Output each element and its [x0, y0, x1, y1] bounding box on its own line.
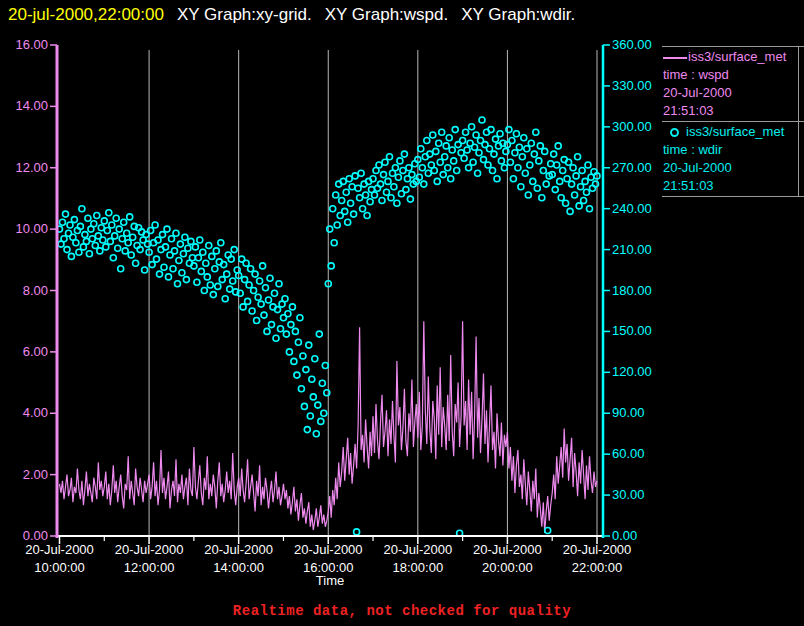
tick-label: 2.00: [23, 467, 48, 482]
tick-label: 8.00: [23, 283, 48, 298]
tick-label: 120.00: [612, 364, 652, 379]
legend-date: 20-Jul-2000: [663, 159, 804, 177]
legend-source: iss3/surface_met: [686, 124, 784, 139]
legend-entry-wspd: iss3/surface_met time : wspd 20-Jul-2000…: [662, 47, 804, 121]
xy-graph-window: 20-jul-2000,22:00:00 XY Graph:xy-grid. X…: [0, 0, 804, 626]
tick-label: 60.00: [612, 446, 645, 461]
legend-date: 20-Jul-2000: [663, 84, 804, 102]
x-axis: 20-Jul-200010:00:0020-Jul-200012:00:0020…: [25, 536, 631, 575]
legend-field: time : wdir: [663, 141, 804, 159]
tick-label: 16.00: [15, 37, 48, 52]
tick-label: 10.00: [15, 221, 48, 236]
tick-label: 20-Jul-2000: [473, 542, 542, 557]
tick-label: 4.00: [23, 405, 48, 420]
tick-label: 0.00: [612, 528, 637, 543]
tick-label: 20-Jul-2000: [25, 542, 94, 557]
tick-label: 12.00: [15, 160, 48, 175]
tick-label: 150.00: [612, 323, 652, 338]
tick-label: 180.00: [612, 283, 652, 298]
tick-label: 270.00: [612, 160, 652, 175]
wspd-line-symbol: [663, 57, 687, 59]
legend-right-rule: [798, 47, 799, 196]
tick-label: 90.00: [612, 405, 645, 420]
tick-label: 14.00: [15, 98, 48, 113]
tick-label: 20-Jul-2000: [115, 542, 184, 557]
tick-label: 360.00: [612, 37, 652, 52]
tick-label: 210.00: [612, 242, 652, 257]
tick-label: 20-Jul-2000: [384, 542, 453, 557]
right-axis-wdir: 0.0030.0060.0090.00120.00150.00180.00210…: [603, 37, 652, 543]
tick-label: 0.00: [23, 528, 48, 543]
legend-time: 21:51:03: [663, 177, 804, 195]
legend-time: 21:51:03: [663, 102, 804, 120]
tick-label: 20-Jul-2000: [563, 542, 632, 557]
x-axis-title: Time: [57, 573, 603, 588]
left-axis-wspd: 0.002.004.006.008.0010.0012.0014.0016.00: [15, 37, 57, 543]
tick-label: 330.00: [612, 78, 652, 93]
wdir-marker-symbol: [670, 128, 679, 137]
tick-label: 240.00: [612, 201, 652, 216]
legend-source: iss3/surface_met: [688, 49, 786, 64]
tick-label: 30.00: [612, 487, 645, 502]
tick-label: 6.00: [23, 344, 48, 359]
quality-notice: Realtime data, not checked for quality: [0, 603, 804, 619]
tick-label: 20-Jul-2000: [204, 542, 273, 557]
legend-entry-wdir: iss3/surface_met time : wdir 20-Jul-2000…: [662, 121, 804, 196]
legend-field: time : wspd: [663, 66, 804, 84]
legend: iss3/surface_met time : wspd 20-Jul-2000…: [662, 46, 804, 197]
tick-label: 300.00: [612, 119, 652, 134]
tick-label: 20-Jul-2000: [294, 542, 363, 557]
